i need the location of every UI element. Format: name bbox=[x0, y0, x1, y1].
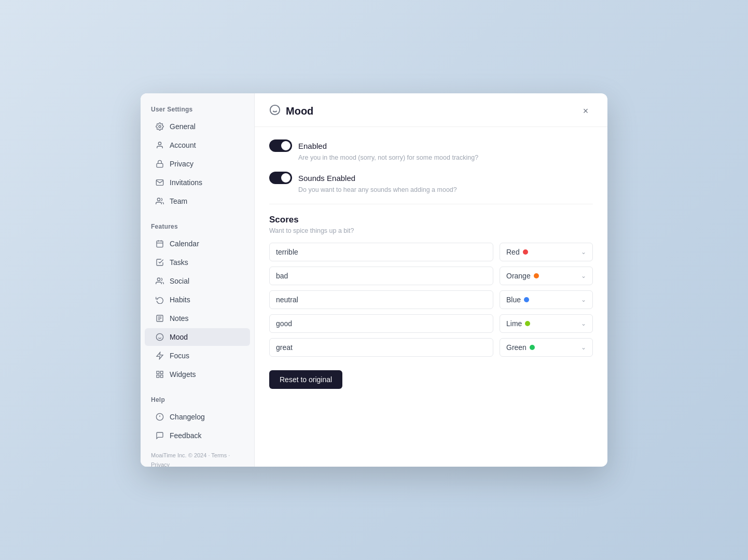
sidebar-item-invitations-label: Invitations bbox=[170, 178, 202, 187]
score-row: Orange ⌄ bbox=[269, 267, 593, 285]
color-select-inner-good: Lime bbox=[506, 319, 581, 328]
color-select-label-great: Green bbox=[506, 343, 527, 352]
sidebar-item-changelog-label: Changelog bbox=[170, 413, 205, 421]
score-color-select-bad[interactable]: Orange ⌄ bbox=[500, 267, 593, 285]
color-select-label-bad: Orange bbox=[506, 272, 531, 280]
toggle-row-enabled: Enabled Are you in the mood (sorry, not … bbox=[269, 139, 593, 161]
chevron-down-icon: ⌄ bbox=[581, 248, 586, 256]
score-color-select-terrible[interactable]: Red ⌄ bbox=[500, 243, 593, 261]
notes-icon bbox=[155, 314, 164, 323]
toggle-sounds-desc: Do you want to hear any sounds when addi… bbox=[298, 186, 593, 193]
sidebar-item-team[interactable]: Team bbox=[145, 192, 250, 210]
main-header-left: Mood bbox=[269, 104, 313, 118]
color-select-inner-terrible: Red bbox=[506, 248, 581, 256]
svg-rect-4 bbox=[157, 241, 163, 247]
mail-icon bbox=[155, 178, 164, 187]
color-dot-neutral bbox=[524, 297, 529, 302]
sidebar-item-tasks[interactable]: Tasks bbox=[145, 254, 250, 271]
modal-overlay: User Settings General Account Privacy bbox=[0, 0, 748, 560]
people-icon bbox=[155, 197, 164, 206]
social-icon bbox=[155, 276, 164, 286]
toggle-sounds-thumb bbox=[281, 173, 290, 183]
score-input-terrible[interactable] bbox=[269, 243, 493, 261]
color-dot-bad bbox=[534, 273, 539, 278]
sidebar-item-social-label: Social bbox=[170, 277, 189, 285]
score-input-neutral[interactable] bbox=[269, 290, 493, 309]
toggle-sounds[interactable] bbox=[269, 172, 292, 184]
color-select-inner-neutral: Blue bbox=[506, 296, 581, 304]
scores-divider bbox=[269, 204, 593, 204]
sidebar-item-changelog[interactable]: Changelog bbox=[145, 408, 250, 426]
score-color-select-great[interactable]: Green ⌄ bbox=[500, 338, 593, 357]
sidebar-item-general[interactable]: General bbox=[145, 118, 250, 135]
sidebar-item-privacy[interactable]: Privacy bbox=[145, 155, 250, 173]
score-input-great[interactable] bbox=[269, 338, 493, 357]
svg-point-1 bbox=[158, 142, 161, 145]
sidebar-item-habits-label: Habits bbox=[170, 296, 190, 304]
sidebar-item-privacy-label: Privacy bbox=[170, 160, 193, 168]
main-body: Enabled Are you in the mood (sorry, not … bbox=[255, 127, 607, 467]
sidebar-item-calendar-label: Calendar bbox=[170, 240, 199, 248]
reset-to-original-button[interactable]: Reset to original bbox=[269, 370, 342, 389]
score-color-select-good[interactable]: Lime ⌄ bbox=[500, 314, 593, 333]
toggle-enabled[interactable] bbox=[269, 139, 292, 152]
mood-header-icon bbox=[269, 104, 281, 118]
sidebar-footer: MoaiTime Inc. © 2024 · Terms · Privacy bbox=[141, 445, 254, 467]
svg-point-3 bbox=[157, 198, 160, 201]
toggle-enabled-desc: Are you in the mood (sorry, not sorry) f… bbox=[298, 154, 593, 161]
score-input-bad[interactable] bbox=[269, 267, 493, 285]
color-select-label-good: Lime bbox=[506, 319, 522, 328]
sidebar-item-mood-label: Mood bbox=[170, 333, 188, 341]
sidebar-item-account[interactable]: Account bbox=[145, 136, 250, 154]
toggle-enabled-label-row: Enabled bbox=[269, 139, 593, 152]
svg-point-24 bbox=[270, 105, 280, 115]
svg-point-8 bbox=[157, 278, 160, 281]
main-header: Mood × bbox=[255, 93, 607, 127]
tasks-icon bbox=[155, 258, 164, 267]
person-icon bbox=[155, 141, 164, 150]
sidebar-item-notes[interactable]: Notes bbox=[145, 310, 250, 327]
sidebar-item-calendar[interactable]: Calendar bbox=[145, 235, 250, 253]
svg-point-13 bbox=[156, 333, 163, 340]
svg-rect-2 bbox=[157, 163, 163, 167]
feedback-icon bbox=[155, 431, 164, 440]
score-input-good[interactable] bbox=[269, 314, 493, 333]
sidebar-item-general-label: General bbox=[170, 122, 196, 131]
sidebar: User Settings General Account Privacy bbox=[141, 93, 255, 467]
svg-rect-18 bbox=[160, 371, 163, 374]
toggle-enabled-track bbox=[269, 139, 292, 152]
color-select-inner-bad: Orange bbox=[506, 272, 581, 280]
svg-point-0 bbox=[159, 125, 161, 128]
sidebar-item-feedback-label: Feedback bbox=[170, 431, 201, 440]
sidebar-section-help: Help bbox=[141, 396, 254, 408]
sidebar-item-account-label: Account bbox=[170, 141, 196, 149]
toggle-sounds-track bbox=[269, 172, 292, 184]
sidebar-item-habits[interactable]: Habits bbox=[145, 291, 250, 309]
chevron-down-icon: ⌄ bbox=[581, 344, 586, 351]
scores-title: Scores bbox=[269, 215, 593, 225]
score-row: Red ⌄ bbox=[269, 243, 593, 261]
color-select-label-terrible: Red bbox=[506, 248, 520, 256]
sidebar-item-mood[interactable]: Mood bbox=[145, 328, 250, 346]
main-content: Mood × Enabled Are you in the mo bbox=[255, 93, 607, 467]
sidebar-item-tasks-label: Tasks bbox=[170, 258, 188, 267]
scores-desc: Want to spice things up a bit? bbox=[269, 227, 593, 234]
habits-icon bbox=[155, 295, 164, 304]
svg-rect-19 bbox=[160, 375, 163, 377]
focus-icon bbox=[155, 351, 164, 360]
score-color-select-neutral[interactable]: Blue ⌄ bbox=[500, 290, 593, 309]
sidebar-item-feedback[interactable]: Feedback bbox=[145, 427, 250, 444]
toggle-sounds-label-row: Sounds Enabled bbox=[269, 172, 593, 184]
changelog-icon bbox=[155, 412, 164, 422]
settings-modal: User Settings General Account Privacy bbox=[141, 93, 607, 467]
color-dot-terrible bbox=[523, 249, 528, 255]
sidebar-item-invitations[interactable]: Invitations bbox=[145, 174, 250, 191]
sidebar-item-widgets[interactable]: Widgets bbox=[145, 366, 250, 383]
sidebar-item-social[interactable]: Social bbox=[145, 272, 250, 290]
sidebar-item-focus[interactable]: Focus bbox=[145, 347, 250, 365]
mood-icon bbox=[155, 332, 164, 342]
calendar-icon bbox=[155, 239, 164, 248]
svg-rect-20 bbox=[157, 375, 159, 377]
color-dot-great bbox=[530, 345, 535, 350]
close-button[interactable]: × bbox=[578, 104, 593, 118]
